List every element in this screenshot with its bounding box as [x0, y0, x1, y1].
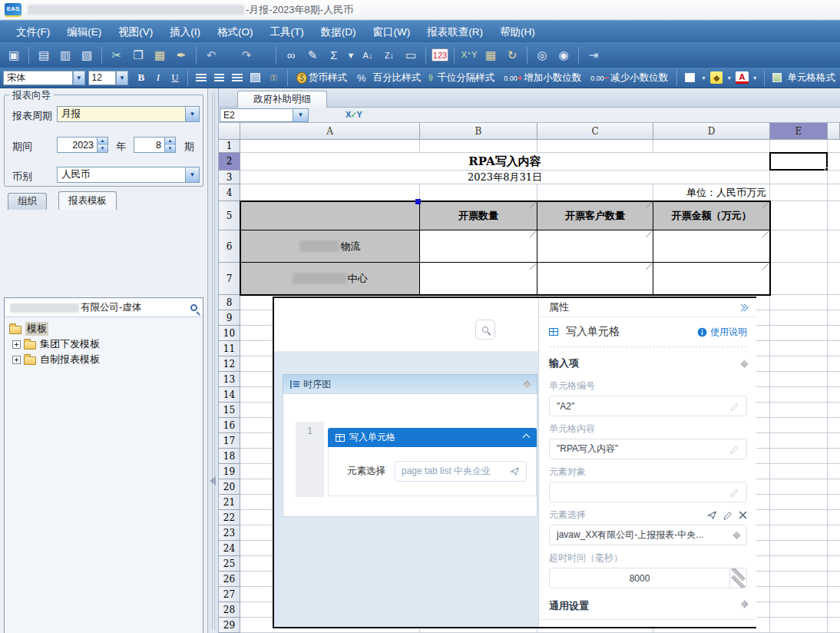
- cell-content-input[interactable]: "RPA写入内容": [549, 439, 747, 459]
- cell-title-merged[interactable]: RPA写入内容: [240, 153, 770, 171]
- row-header[interactable]: 1: [219, 140, 240, 153]
- row-header[interactable]: 10: [219, 326, 240, 341]
- menu-tools[interactable]: 工具(T): [262, 21, 313, 43]
- grid-cell[interactable]: [770, 418, 828, 433]
- grid-cell[interactable]: [828, 230, 840, 263]
- column-header-a[interactable]: A: [240, 123, 420, 140]
- grid-cell[interactable]: [770, 184, 828, 201]
- select-all-corner[interactable]: [219, 123, 240, 140]
- percent-style-button[interactable]: 百分比样式: [373, 71, 422, 85]
- number-spinner[interactable]: [729, 568, 746, 588]
- data-cell[interactable]: [420, 230, 537, 263]
- grid-cell[interactable]: [828, 201, 840, 230]
- grid-cell[interactable]: [770, 140, 828, 153]
- grid-cell[interactable]: [828, 418, 840, 433]
- grid-cell[interactable]: [770, 495, 828, 510]
- formula-function-icon[interactable]: X✓Y: [346, 110, 362, 120]
- row-header[interactable]: 29: [219, 618, 240, 633]
- paste-icon[interactable]: ▦: [150, 46, 169, 65]
- row-header[interactable]: 20: [219, 479, 240, 495]
- row-header[interactable]: 15: [219, 403, 240, 418]
- row-header[interactable]: 22: [219, 510, 240, 525]
- collapse-panel-icon[interactable]: [739, 305, 747, 310]
- menu-view[interactable]: 视图(V): [110, 21, 161, 43]
- borders-dropdown-icon[interactable]: ▼: [700, 68, 707, 87]
- search-icon[interactable]: [190, 304, 197, 311]
- font-size-select[interactable]: 12: [88, 71, 117, 85]
- lock-cell-icon[interactable]: ⚿: [266, 68, 283, 87]
- print-settings-icon[interactable]: ▧: [78, 46, 96, 65]
- align-center-icon[interactable]: [214, 74, 225, 82]
- grid-cell[interactable]: [828, 479, 840, 495]
- tree-node-custom-templates[interactable]: 自制报表模板: [8, 352, 100, 367]
- data-cell[interactable]: [537, 263, 653, 295]
- row-header[interactable]: 28: [219, 602, 240, 618]
- usage-help-link[interactable]: 使用说明: [697, 326, 747, 339]
- grid-cell[interactable]: [770, 602, 828, 618]
- sequence-panel-header[interactable]: 时序图: [283, 374, 537, 393]
- cell-reference-dropdown-icon[interactable]: ▼: [293, 108, 309, 122]
- borders-icon[interactable]: [685, 73, 695, 82]
- print-preview-icon[interactable]: ▥: [56, 46, 74, 65]
- grid-cell[interactable]: [828, 618, 840, 633]
- template-search-field[interactable]: 有限公司-虚体: [5, 299, 202, 317]
- clear-icon[interactable]: [739, 511, 747, 519]
- grid-cell[interactable]: [828, 464, 840, 479]
- find-icon[interactable]: ◉: [554, 46, 573, 65]
- grid-cell[interactable]: [828, 263, 840, 295]
- collapse-chevron-icon[interactable]: [524, 380, 531, 388]
- grid-cell[interactable]: [770, 356, 828, 372]
- grid-cell[interactable]: [770, 510, 828, 525]
- pencil-icon[interactable]: [730, 488, 739, 497]
- column-header-e-selected[interactable]: E: [770, 123, 828, 140]
- row-label-cell[interactable]: 中心: [240, 263, 420, 295]
- menu-report-link[interactable]: 报表联查(R): [418, 21, 491, 43]
- cut-icon[interactable]: ✂: [107, 46, 126, 65]
- grid-cell[interactable]: [770, 556, 828, 572]
- tree-node-group-templates[interactable]: 集团下发模板: [8, 336, 100, 352]
- bold-button[interactable]: B: [134, 71, 148, 84]
- grid-cell[interactable]: [828, 541, 840, 556]
- merge-cells-icon[interactable]: [250, 73, 260, 82]
- decrease-decimal-button[interactable]: 减少小数位数: [610, 71, 668, 85]
- grid-cell[interactable]: [828, 602, 840, 618]
- redo-icon[interactable]: ↷: [237, 46, 256, 65]
- zoom-search-button[interactable]: [475, 320, 495, 340]
- undo-icon[interactable]: ↶: [202, 46, 220, 65]
- grid-cell[interactable]: [828, 356, 840, 372]
- row-header[interactable]: 23: [219, 525, 240, 541]
- pencil-icon[interactable]: [730, 445, 739, 454]
- data-cell[interactable]: [537, 230, 653, 263]
- section-chevron-icon[interactable]: [741, 600, 749, 608]
- grid-cell[interactable]: [770, 433, 828, 449]
- calculator-icon[interactable]: ▦: [481, 46, 500, 65]
- font-size-dropdown-icon[interactable]: ▼: [116, 71, 128, 85]
- increase-decimal-button[interactable]: 增加小数位数: [524, 71, 581, 85]
- row-header[interactable]: 25: [219, 556, 240, 572]
- table-header-cell[interactable]: 开票客户数量: [537, 201, 653, 230]
- combo-dropdown-icon[interactable]: ▼: [185, 106, 200, 122]
- grid-cell[interactable]: [537, 184, 653, 201]
- grid-cell[interactable]: [828, 556, 840, 572]
- tree-node-root[interactable]: 模板: [8, 321, 100, 336]
- number-format-icon[interactable]: 123: [432, 48, 448, 61]
- zoom-icon[interactable]: ◎: [533, 46, 551, 65]
- row-header[interactable]: 17: [219, 433, 240, 449]
- formula-xy-icon[interactable]: X⁺Y: [460, 46, 478, 65]
- font-name-dropdown-icon[interactable]: ▼: [73, 71, 85, 85]
- increase-decimal-icon[interactable]: 0.00+: [504, 73, 522, 82]
- menu-insert[interactable]: 插入(I): [161, 21, 209, 43]
- table-header-cell[interactable]: 开票数量: [420, 201, 537, 230]
- format-painter-icon[interactable]: ✒: [172, 46, 190, 65]
- column-header-d[interactable]: D: [653, 123, 770, 140]
- pen-icon[interactable]: ✎: [303, 46, 322, 65]
- column-header-partial[interactable]: [828, 123, 840, 140]
- tab-organization[interactable]: 组织: [8, 193, 47, 210]
- row-header[interactable]: 12: [219, 356, 240, 372]
- grid-cell[interactable]: [828, 525, 840, 541]
- table-corner-cell[interactable]: [240, 201, 420, 230]
- combo-dropdown-icon[interactable]: ▼: [185, 167, 200, 183]
- row-label-cell[interactable]: 物流: [240, 230, 420, 263]
- grid-cell[interactable]: [828, 572, 840, 587]
- grid-cell[interactable]: [770, 310, 828, 326]
